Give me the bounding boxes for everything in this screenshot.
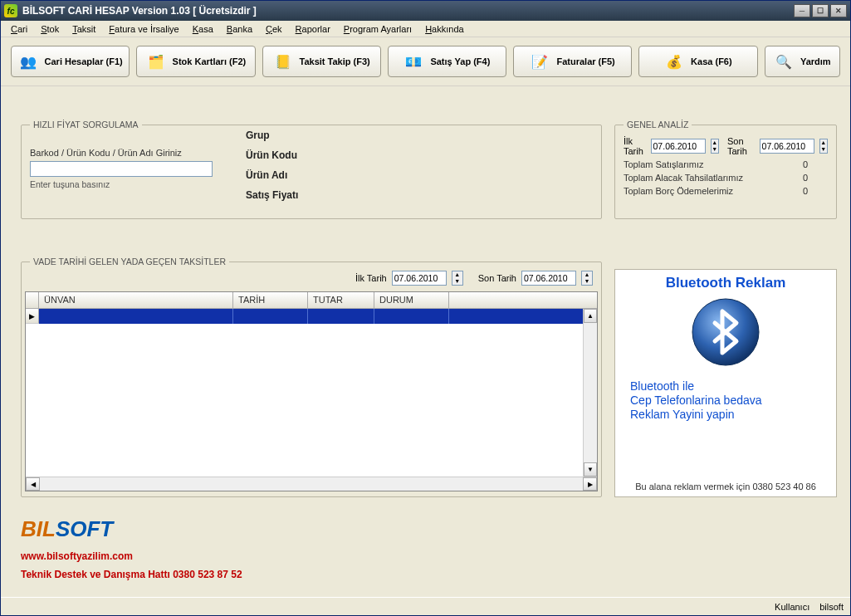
col-durum[interactable]: DURUM <box>374 292 449 308</box>
scroll-right-icon[interactable]: ▶ <box>583 477 597 491</box>
input-barkod[interactable] <box>30 161 213 177</box>
group-genel-analiz: GENEL ANALİZ İlk Tarih ▲▼ Son Tarih ▲▼ T… <box>614 120 837 219</box>
menu-banka[interactable]: Banka <box>220 22 259 36</box>
value-toplam-borc: 0 <box>803 186 828 196</box>
label-urun-kodu: Ürün Kodu <box>246 149 297 161</box>
btn-taksit-takip[interactable]: 📒 Taksit Takip (F3) <box>262 46 381 77</box>
support-line: Teknik Destek ve Danışma Hattı 0380 523 … <box>21 569 242 580</box>
input-genel-son-tarih[interactable] <box>760 139 814 154</box>
ad-title: Bluetooth Reklam <box>666 275 786 291</box>
menu-program[interactable]: Program Ayarları <box>337 22 418 36</box>
ad-body-text: Bluetooth ile Cep Telefonlarina bedava R… <box>630 379 821 422</box>
menu-cek[interactable]: Çek <box>259 22 289 36</box>
input-genel-ilk-tarih[interactable] <box>651 139 706 154</box>
grid-row-selected[interactable]: ▶ <box>26 309 597 324</box>
maximize-button[interactable]: ☐ <box>812 4 829 17</box>
btn-label: Kasa (F6) <box>691 56 732 66</box>
spinner-taksit-son[interactable]: ▲▼ <box>581 271 593 286</box>
titlebar: fc BİLSOFT CARİ HESAP Version 1.03 [ Ücr… <box>1 1 850 21</box>
col-tutar[interactable]: TUTAR <box>308 292 374 308</box>
label-son-tarih: Son Tarih <box>727 136 755 156</box>
menubar: Cari Stok Taksit Fatura ve İrsaliye Kasa… <box>1 21 850 37</box>
grid-header: ÜNVAN TARİH TUTAR DURUM <box>26 292 597 309</box>
people-icon: 👥 <box>18 51 38 71</box>
label-barkod: Barkod / Ürün Kodu / Ürün Adı Giriniz <box>30 148 182 158</box>
legend-genel: GENEL ANALİZ <box>624 120 692 130</box>
grid-corner <box>26 292 39 308</box>
btn-cari-hesaplar[interactable]: 👥 Cari Hesaplar (F1) <box>11 46 130 77</box>
menu-cari[interactable]: Cari <box>4 22 34 36</box>
col-tarih[interactable]: TARİH <box>233 292 308 308</box>
btn-label: Taksit Takip (F3) <box>300 56 370 66</box>
website-link[interactable]: www.bilsoftyazilim.com <box>21 550 242 562</box>
input-taksit-ilk-tarih[interactable] <box>392 271 447 286</box>
grid-body: ▶ <box>26 309 597 491</box>
label-toplam-borc: Toplam Borç Ödemelerimiz <box>624 186 733 196</box>
app-icon: fc <box>4 4 17 17</box>
label-taksit-son: Son Tarih <box>478 273 516 283</box>
spinner-taksit-ilk[interactable]: ▲▼ <box>452 271 463 286</box>
btn-label: Yardım <box>800 56 831 66</box>
spinner-genel-son[interactable]: ▲▼ <box>819 139 828 154</box>
grid-vscrollbar[interactable]: ▲ ▼ <box>583 309 597 477</box>
row-indicator-icon: ▶ <box>26 309 39 324</box>
label-taksit-ilk: İlk Tarih <box>355 273 387 283</box>
grid-hscrollbar[interactable]: ◀ ▶ <box>26 477 597 491</box>
btn-label: Cari Hesaplar (F1) <box>45 56 123 66</box>
label-urun-adi: Ürün Adı <box>246 169 287 181</box>
folder-icon: 📒 <box>273 51 293 71</box>
grid-taksitler[interactable]: ÜNVAN TARİH TUTAR DURUM ▶ ▲ <box>25 291 598 491</box>
menu-stok[interactable]: Stok <box>34 22 66 36</box>
btn-satis-yap[interactable]: 💶 Satış Yap (F4) <box>388 46 506 77</box>
btn-label: Faturalar (F5) <box>556 56 614 66</box>
toolbar: 👥 Cari Hesaplar (F1) 🗂️ Stok Kartları (F… <box>1 37 850 86</box>
content-area: HIZLI FİYAT SORGULAMA Barkod / Ürün Kodu… <box>1 86 850 597</box>
spinner-genel-ilk[interactable]: ▲▼ <box>711 139 719 154</box>
ad-footer-text: Bu alana reklam vermek için 0380 523 40 … <box>635 482 816 491</box>
menu-hakkinda[interactable]: Hakkında <box>418 22 470 36</box>
value-toplam-satislar: 0 <box>803 159 828 169</box>
menu-fatura[interactable]: Fatura ve İrsaliye <box>102 22 185 36</box>
scroll-down-icon[interactable]: ▼ <box>584 462 597 477</box>
menu-kasa[interactable]: Kasa <box>186 22 220 36</box>
footer-logo-block: BILSOFT www.bilsoftyazilim.com Teknik De… <box>21 516 242 580</box>
status-user-label: Kullanıcı <box>775 602 809 612</box>
label-grup: Grup <box>246 130 270 141</box>
label-enter-hint: Enter tuşuna basınız <box>30 179 110 189</box>
advertisement-panel: Bluetooth Reklam Bluetooth ile Cep Telef… <box>614 269 837 497</box>
scroll-up-icon[interactable]: ▲ <box>584 309 597 323</box>
bilsoft-logo: BILSOFT <box>21 516 242 542</box>
btn-faturalar[interactable]: 📝 Faturalar (F5) <box>513 46 632 77</box>
btn-yardim[interactable]: 🔍 Yardım <box>765 46 841 77</box>
btn-label: Stok Kartları (F2) <box>173 56 247 66</box>
btn-kasa[interactable]: 💰 Kasa (F6) <box>638 46 757 77</box>
help-icon: 🔍 <box>774 51 794 71</box>
window-title: BİLSOFT CARİ HESAP Version 1.03 [ Ücrets… <box>22 5 792 17</box>
statusbar: Kullanıcı bilsoft <box>1 597 850 615</box>
bluetooth-icon <box>690 296 761 368</box>
menu-raporlar[interactable]: Raporlar <box>289 22 337 36</box>
col-unvan[interactable]: ÜNVAN <box>39 292 233 308</box>
app-window: fc BİLSOFT CARİ HESAP Version 1.03 [ Ücr… <box>0 0 851 616</box>
btn-label: Satış Yap (F4) <box>430 56 490 66</box>
legend-taksit: VADE TARİHİ GELEN YADA GEÇEN TAKSİTLER <box>30 257 229 266</box>
value-toplam-alacak: 0 <box>803 173 828 183</box>
btn-stok-kartlari[interactable]: 🗂️ Stok Kartları (F2) <box>136 46 255 77</box>
minimize-button[interactable]: ─ <box>794 4 810 17</box>
scroll-left-icon[interactable]: ◀ <box>26 477 40 491</box>
legend-hizli: HIZLI FİYAT SORGULAMA <box>30 120 142 130</box>
label-toplam-satislar: Toplam Satışlarımız <box>624 159 704 169</box>
label-ilk-tarih: İlk Tarih <box>624 136 646 156</box>
group-hizli-fiyat: HIZLI FİYAT SORGULAMA Barkod / Ürün Kodu… <box>21 120 602 219</box>
label-toplam-alacak: Toplam Alacak Tahsilatlarımız <box>624 173 743 183</box>
group-taksitler: VADE TARİHİ GELEN YADA GEÇEN TAKSİTLER İ… <box>21 257 602 497</box>
label-satis-fiyati: Satış Fiyatı <box>246 189 298 201</box>
card-icon: 🗂️ <box>146 51 166 71</box>
money-icon: 💰 <box>664 51 684 71</box>
menu-taksit[interactable]: Taksit <box>66 22 102 36</box>
input-taksit-son-tarih[interactable] <box>521 271 576 286</box>
euro-icon: 💶 <box>403 51 423 71</box>
invoice-icon: 📝 <box>530 51 550 71</box>
status-user-value: bilsoft <box>819 602 844 612</box>
close-button[interactable]: ✕ <box>830 4 847 17</box>
